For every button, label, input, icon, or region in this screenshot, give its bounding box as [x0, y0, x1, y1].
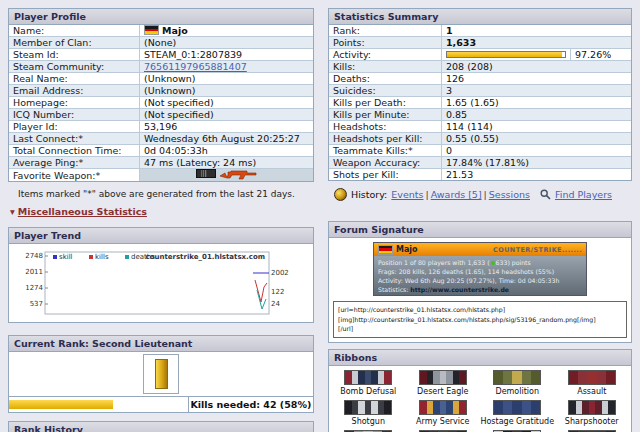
bbcode-line: [/url] [338, 324, 622, 334]
y-tick: 2011 [25, 268, 43, 276]
row-label: ICQ Number: [9, 109, 140, 121]
row-value: Majo [140, 25, 314, 37]
ribbon-label: Army Service [406, 417, 481, 427]
row-label: Suicides: [329, 85, 442, 97]
statistics-summary-header: Statistics Summary [329, 9, 631, 25]
rank-progress-bar [9, 397, 189, 412]
row-label: Total Connection Time: [9, 145, 140, 157]
player-trend-panel: Player Trend 2748 2011 1274 537 [8, 227, 314, 323]
row-value: 208 (208) [442, 61, 632, 73]
y-tick: 537 [30, 300, 43, 308]
activity-bar-track [446, 51, 566, 58]
player-trend-header: Player Trend [9, 228, 313, 244]
weapon-count-badge [196, 169, 216, 178]
current-rank-panel: Current Rank: Second Lieutenant Kills ne… [8, 335, 314, 413]
table-row: Points:1,633 [329, 37, 631, 49]
bbcode-line: [url=http://counterstrike_01.hlstatsx.co… [338, 305, 622, 315]
legend-swatch-kills [89, 255, 93, 259]
table-row: Steam Community:76561197965881407 [9, 61, 313, 73]
table-row: Homepage:(Not specified) [9, 97, 313, 109]
history-label: History: [351, 189, 387, 200]
rank-insignia-image [143, 354, 179, 394]
table-row: Headshots:114 (114) [329, 121, 631, 133]
forum-signature-header: Forum Signature [329, 222, 631, 238]
ribbon-item: Demolition [480, 370, 555, 397]
row-value: 114 (114) [442, 121, 632, 133]
ribbon-image-sharpshooter [568, 400, 616, 415]
ribbon-label: Shotgun [331, 417, 406, 427]
steam-community-link[interactable]: 76561197965881407 [144, 61, 247, 72]
rank-history-header: Rank History [9, 422, 313, 432]
table-row: Player Id:53,196 [9, 121, 313, 133]
history-links-row: History: Events|Awards [5]|Sessions Find… [334, 188, 632, 201]
kills-end-label: 122 [271, 288, 284, 296]
ribbons-grid: Bomb DefusalDesert EagleDemolitionAssaul… [329, 366, 631, 432]
table-row: Headshots per Kill:0.55 (0.55) [329, 133, 631, 145]
ribbon-image-shotgun [344, 400, 392, 415]
row-value: (Not specified) [140, 109, 314, 121]
table-row: Teammate Kills:*0 [329, 145, 631, 157]
row-label: Homepage: [9, 97, 140, 109]
row-label: Favorite Weapon:* [9, 169, 140, 182]
counter-strike-logo: COUNTER/STRIKE....... [493, 246, 582, 254]
row-value: 97.26% [442, 49, 632, 61]
row-label: Steam Community: [9, 61, 140, 73]
history-link-events[interactable]: Events [391, 189, 423, 200]
history-link-awards-5-[interactable]: Awards [5] [431, 189, 482, 200]
table-row: Weapon Accuracy:17.84% (17.81%) [329, 157, 631, 169]
table-row: Rank:1 [329, 25, 631, 37]
row-value: 17.84% (17.81%) [442, 157, 632, 169]
ribbons-panel: Ribbons Bomb DefusalDesert EagleDemoliti… [328, 349, 632, 432]
table-row: ICQ Number:(Not specified) [9, 109, 313, 121]
history-link-sessions[interactable]: Sessions [489, 189, 530, 200]
ribbon-label: Hostage Gratitude [480, 417, 555, 427]
signature-activity-line: Activity: Wed 6th Aug 20:25 (97.27%), Ti… [378, 276, 582, 285]
ribbon-item: Hostage Gratitude [480, 400, 555, 427]
ribbon-label: Assault [555, 387, 630, 397]
ribbon-image-desert-eagle [419, 370, 467, 385]
ribbon-item: Bomb Defusal [331, 370, 406, 397]
search-icon [540, 189, 551, 200]
row-label: Points: [329, 37, 442, 49]
activity-bar-fill [447, 52, 562, 57]
player-profile-header: Player Profile [9, 9, 313, 25]
row-label: Activity: [329, 49, 442, 61]
row-value: 1.65 (1.65) [442, 97, 632, 109]
asterisk-note: Items marked "*" above are generated fro… [18, 189, 314, 199]
row-label: Name: [9, 25, 140, 37]
favorite-weapon-rifle-icon [219, 169, 257, 181]
table-row: Activity:97.26% [329, 49, 631, 61]
german-flag-icon [378, 245, 393, 255]
row-value: (None) [140, 37, 314, 49]
row-value: STEAM_0:1:2807839 [140, 49, 314, 61]
triangle-down-icon: ▾ [10, 206, 15, 217]
history-links: Events|Awards [5]|Sessions [391, 189, 530, 200]
find-players-link[interactable]: Find Players [555, 189, 612, 200]
row-label: Weapon Accuracy: [329, 157, 442, 169]
current-rank-header: Current Rank: Second Lieutenant [9, 336, 313, 352]
ribbon-image-hostage-gratitude [493, 400, 541, 415]
ribbon-image-bomb-defusal [344, 370, 392, 385]
row-value: (Not specified) [140, 97, 314, 109]
current-rank-body [9, 352, 313, 396]
row-value: 53,196 [140, 121, 314, 133]
separator: | [425, 189, 428, 200]
row-label: Real Name: [9, 73, 140, 85]
table-row: Total Connection Time:0d 04:05:33h [9, 145, 313, 157]
trend-chart: 2748 2011 1274 537 skill kills [9, 244, 313, 322]
ribbon-image-demolition [493, 370, 541, 385]
bbcode-textbox[interactable]: [url=http://counterstrike_01.hlstatsx.co… [333, 301, 627, 338]
player-profile-table: Name: MajoMember of Clan:(None)Steam Id:… [9, 25, 313, 181]
miscellaneous-statistics-link[interactable]: Miscellaneous Statistics [18, 206, 147, 217]
row-label: Kills per Death: [329, 97, 442, 109]
statistics-summary-table: Rank:1Points:1,633Activity:97.26%Kills:2… [329, 25, 631, 180]
trend-chart-svg: 2748 2011 1274 537 skill kills [9, 244, 313, 322]
ribbon-image-army-service [419, 400, 467, 415]
ribbon-label: Sharpshooter [555, 417, 630, 427]
current-rank-label: Current Rank: [14, 338, 89, 349]
table-row: Deaths:126 [329, 73, 631, 85]
row-label: Shots per Kill: [329, 169, 442, 181]
row-label: Rank: [329, 25, 442, 37]
row-value: 47 ms (Latency: 24 ms) [140, 157, 314, 169]
player-profile-panel: Player Profile Name: MajoMember of Clan:… [8, 8, 314, 182]
